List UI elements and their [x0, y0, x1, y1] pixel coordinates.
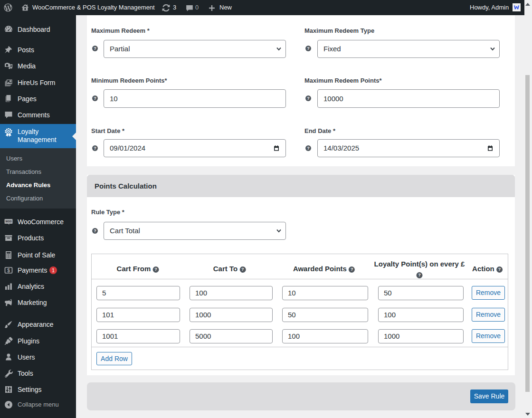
svg-text:WOO: WOO: [6, 220, 12, 223]
svg-text:$: $: [7, 268, 10, 273]
